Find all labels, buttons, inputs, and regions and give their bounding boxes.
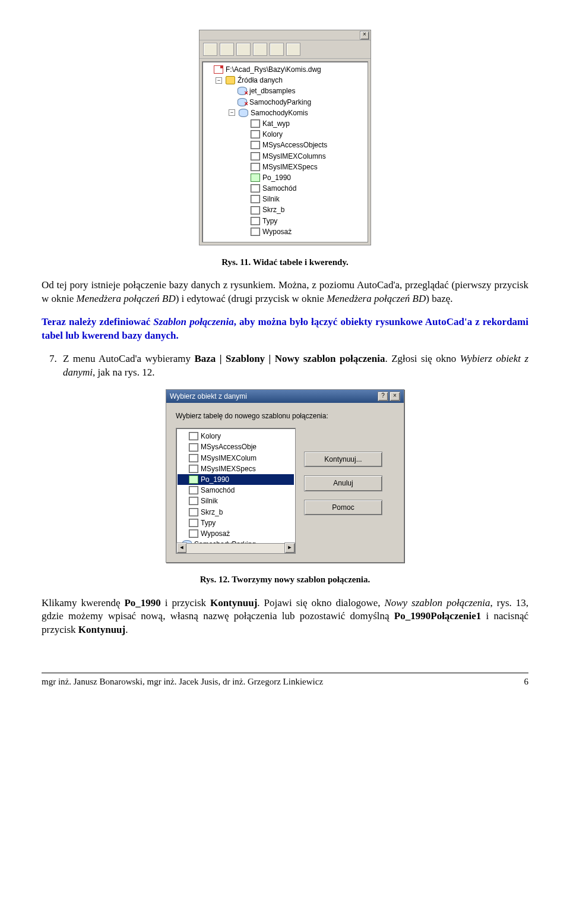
list-label: Skrz_b [201, 507, 223, 517]
text-italic: Nowy szablon połączenia [384, 597, 490, 608]
tree-label: jet_dbsamples [249, 86, 295, 96]
list-item[interactable]: Skrz_b [178, 507, 294, 518]
toolbar-button[interactable] [203, 43, 217, 56]
panel-toolbar [200, 40, 370, 59]
tree-root-file[interactable]: F:\Acad_Rys\Bazy\Komis.dwg [205, 64, 365, 75]
tree-label: Po_1990 [262, 173, 291, 182]
toolbar-button[interactable] [236, 43, 251, 56]
tree-label: Kat_wyp [262, 119, 290, 128]
text: . Pojawi się okno dialogowe, [257, 597, 384, 608]
text: , jak na rys. 12. [93, 367, 154, 378]
tree-node-table[interactable]: Typy [205, 216, 365, 226]
table-icon [251, 163, 260, 171]
object-list[interactable]: Kolory MSysAccessObje MSysIMEXColum MSys… [176, 428, 296, 554]
text: Teraz należy zdefiniować [42, 316, 153, 327]
tree-node-table[interactable]: Wyposaż [205, 226, 365, 237]
footer-page-number: 6 [524, 676, 529, 688]
tree-node-table[interactable]: MSysAccessObjects [205, 140, 365, 150]
tree-label: SamochodyKomis [251, 108, 308, 118]
table-icon [251, 130, 260, 138]
tree-label: MSysIMEXColumns [262, 152, 326, 161]
list-item[interactable]: MSysIMEXColum [178, 453, 294, 463]
tree-label: Skrz_b [262, 205, 284, 215]
list-item[interactable]: MSysAccessObje [178, 441, 294, 452]
text-bold: Kontynuuj [78, 624, 125, 635]
scroll-left-button[interactable]: ◄ [176, 543, 187, 553]
table-icon [189, 443, 198, 452]
figure-12-caption: Rys. 12. Tworzymy nowy szablon połączeni… [42, 573, 528, 585]
tree-node-table[interactable]: MSysIMEXSpecs [205, 162, 365, 172]
list-label: MSysIMEXSpecs [201, 464, 256, 474]
dialog-titlebar: Wybierz obiekt z danymi ? × [166, 390, 404, 403]
tree-node-query[interactable]: Po_1990 [205, 172, 365, 183]
paragraph: Klikamy kwerendę Po_1990 i przycisk Kont… [42, 597, 528, 638]
table-icon [189, 508, 198, 516]
list-item[interactable]: Kolory [178, 431, 294, 441]
tree-label: MSysIMEXSpecs [262, 162, 318, 172]
toolbar-button[interactable] [286, 43, 300, 56]
footer-rule [42, 673, 528, 673]
tree-node-table[interactable]: Samochód [205, 183, 365, 194]
close-icon[interactable]: × [390, 392, 400, 401]
list-item[interactable]: Typy [178, 518, 294, 528]
figure-11: × F:\Acad_Rys\Bazy\Komis.dwg − Źródła da… [42, 30, 528, 245]
help-icon[interactable]: ? [378, 392, 388, 401]
toolbar-button[interactable] [253, 43, 267, 56]
list-label: Wyposaż [201, 529, 230, 538]
list-item[interactable]: Silnik [178, 496, 294, 506]
toolbar-button[interactable] [220, 43, 234, 56]
tree-node-source[interactable]: SamochodyParking [205, 97, 365, 108]
scrollbar-track[interactable] [186, 543, 285, 553]
footer-authors: mgr inż. Janusz Bonarowski, mgr inż. Jac… [42, 676, 323, 688]
list-item[interactable]: Samochód [178, 485, 294, 496]
collapse-icon[interactable]: − [229, 109, 235, 116]
tree-node-sources[interactable]: − Źródła danych [205, 75, 365, 86]
list-item[interactable]: Wyposaż [178, 528, 294, 539]
cancel-button[interactable]: Anuluj [304, 475, 382, 491]
list-label: Typy [201, 518, 216, 528]
text-bold: Po_1990Połączenie1 [394, 610, 481, 622]
text-italic: Menedżera połączeń BD [77, 293, 176, 304]
list-item-selected[interactable]: Po_1990 [178, 474, 294, 485]
toolbar-button[interactable] [270, 43, 284, 56]
tree-view[interactable]: F:\Acad_Rys\Bazy\Komis.dwg − Źródła dany… [202, 61, 368, 242]
dialog-button-column: Kontynuuj... Anuluj Pomoc [304, 452, 382, 554]
text: ) i edytować (drugi przycisk w oknie [176, 293, 327, 304]
list-label: Samochód [201, 485, 235, 495]
list-label: MSysAccessObje [201, 442, 256, 452]
list-label: Kolory [201, 431, 221, 441]
query-icon [189, 475, 198, 484]
tree-label: Samochód [262, 184, 296, 193]
tree-label: SamochodyParking [249, 97, 311, 107]
table-icon [251, 228, 260, 236]
collapse-icon[interactable]: − [216, 77, 222, 84]
dialog-title: Wybierz obiekt z danymi [170, 392, 247, 401]
database-icon [239, 109, 248, 117]
close-icon[interactable]: × [360, 31, 369, 40]
tree-node-source[interactable]: − SamochodyKomis [205, 108, 365, 118]
tree-node-source[interactable]: jet_dbsamples [205, 86, 365, 96]
tree-label: F:\Acad_Rys\Bazy\Komis.dwg [226, 65, 321, 74]
dialog-prompt: Wybierz tabelę do nowego szablonu połącz… [176, 411, 394, 421]
table-icon [251, 141, 260, 149]
tree-node-table[interactable]: Kolory [205, 129, 365, 140]
help-button[interactable]: Pomoc [304, 500, 382, 515]
tree-node-table[interactable]: MSysIMEXColumns [205, 151, 365, 162]
continue-button[interactable]: Kontynuuj... [304, 452, 382, 467]
select-object-dialog: Wybierz obiekt z danymi ? × Wybierz tabe… [166, 389, 404, 563]
text-bold: Baza | Szablony | Nowy szablon połączeni… [194, 353, 385, 364]
dwg-file-icon [214, 65, 223, 74]
scroll-right-button[interactable]: ► [284, 543, 295, 553]
table-icon [189, 529, 198, 538]
tree-node-table[interactable]: Kat_wyp [205, 118, 365, 129]
numbered-step: Z menu AutoCad'a wybieramy Baza | Szablo… [59, 352, 528, 380]
tree-node-table[interactable]: Skrz_b [205, 204, 365, 215]
tree-label: Typy [262, 216, 277, 226]
list-item[interactable]: MSysIMEXSpecs [178, 463, 294, 474]
list-label: Po_1990 [201, 475, 229, 484]
query-icon [251, 174, 260, 182]
table-icon [189, 497, 198, 505]
tree-node-table[interactable]: Silnik [205, 194, 365, 204]
database-broken-icon [238, 98, 247, 106]
text-italic: Szablon połączenia [153, 316, 233, 327]
